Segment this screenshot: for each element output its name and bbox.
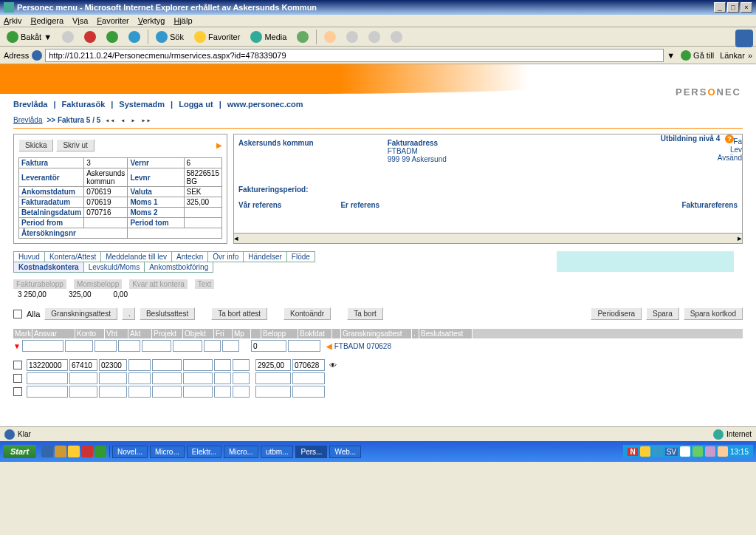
ansvar-input[interactable]	[27, 386, 68, 398]
links-label[interactable]: Länkar	[720, 51, 745, 60]
ansvar-input[interactable]	[22, 340, 63, 352]
belopp-input[interactable]	[251, 340, 286, 352]
task-micro2[interactable]: Micro...	[224, 446, 258, 458]
start-button[interactable]: Start	[3, 445, 36, 458]
ql-app2-icon[interactable]	[94, 446, 106, 457]
refresh-button[interactable]	[103, 30, 121, 44]
home-button[interactable]	[126, 30, 143, 44]
menu-verktyg[interactable]: Verktyg	[138, 16, 165, 25]
mp-input[interactable]	[233, 359, 250, 371]
menu-hjalp[interactable]: Hjälp	[173, 16, 192, 25]
nav-fakturasok[interactable]: Fakturasök	[62, 100, 106, 109]
vht-input[interactable]	[99, 372, 127, 384]
belopp-input[interactable]	[255, 372, 291, 384]
tray-n-icon[interactable]: N	[628, 448, 637, 456]
mp-input[interactable]	[233, 386, 250, 398]
bokfdat-input[interactable]	[292, 386, 325, 398]
konto-input[interactable]	[69, 386, 97, 398]
bokfdat-input[interactable]	[292, 372, 325, 384]
record-nav-arrows[interactable]: ◂◂ ◂ ▸ ▸▸	[105, 116, 151, 124]
nav-systemadm[interactable]: Systemadm	[119, 100, 165, 109]
tab-flode[interactable]: Flöde	[286, 251, 315, 262]
nav-logga-ut[interactable]: Logga ut	[179, 100, 213, 109]
akt-input[interactable]	[128, 386, 151, 398]
tray-icon-5[interactable]	[705, 446, 715, 457]
stop-button[interactable]	[81, 30, 99, 44]
mp-input[interactable]	[222, 340, 239, 352]
address-input[interactable]	[45, 49, 664, 62]
nav-brevlada[interactable]: Brevlåda	[13, 100, 47, 109]
ql-outlook-icon[interactable]	[68, 446, 80, 457]
tab-levskuld[interactable]: Levskuld/Moms	[83, 262, 145, 273]
tabort-attest-button[interactable]: Ta bort attest	[211, 307, 267, 320]
tab-ankomst[interactable]: Ankomstbokföring	[144, 262, 213, 273]
ql-ie-icon[interactable]	[41, 446, 53, 457]
bokfdat-input[interactable]	[288, 340, 320, 352]
favorites-button[interactable]: Favoriter	[191, 30, 243, 44]
print-button[interactable]	[343, 30, 361, 44]
tray-icon-2[interactable]	[653, 446, 663, 457]
task-novel[interactable]: Novel...	[112, 446, 148, 458]
fri-input[interactable]	[204, 340, 221, 352]
history-button[interactable]	[294, 30, 312, 44]
spara-kortkod-button[interactable]: Spara kortkod	[684, 307, 743, 320]
panel-scrollbar[interactable]: ◂▸	[234, 233, 742, 243]
belopp-input[interactable]	[255, 359, 291, 371]
skicka-button[interactable]: Skicka	[18, 139, 53, 151]
row-checkbox[interactable]	[13, 361, 22, 369]
media-button[interactable]: Media	[247, 30, 289, 44]
tray-icon-3[interactable]	[680, 446, 690, 457]
periodisera-button[interactable]: Periodisera	[591, 307, 642, 320]
vht-input[interactable]	[94, 340, 117, 352]
task-micro[interactable]: Micro...	[150, 446, 185, 458]
minimize-button[interactable]: _	[714, 2, 726, 13]
tabort-button[interactable]: Ta bort	[347, 307, 383, 320]
konto-input[interactable]	[65, 340, 93, 352]
tray-lang[interactable]: SV	[665, 448, 678, 456]
tray-icon-1[interactable]	[640, 446, 650, 457]
menu-redigera[interactable]: Redigera	[30, 16, 63, 25]
maximize-button[interactable]: □	[727, 2, 739, 13]
edit-button[interactable]	[365, 30, 383, 44]
ql-desktop-icon[interactable]	[55, 446, 66, 457]
granskningsattest-button[interactable]: Granskningsattest	[44, 307, 117, 320]
ql-app-icon[interactable]	[81, 446, 93, 457]
close-button[interactable]: ×	[740, 2, 752, 13]
konto-input[interactable]	[69, 359, 97, 371]
beslutsattest-button[interactable]: Beslutsattest	[140, 307, 195, 320]
spara-button[interactable]: Spara	[646, 307, 679, 320]
akt-input[interactable]	[118, 340, 140, 352]
tab-anteckn[interactable]: Anteckn	[171, 251, 208, 262]
tray-icon-6[interactable]	[718, 446, 728, 457]
address-dropdown[interactable]: ▼	[667, 51, 675, 60]
vht-input[interactable]	[99, 386, 127, 398]
objekt-input[interactable]	[183, 359, 213, 371]
task-utbm[interactable]: utbm...	[261, 446, 294, 458]
nav-url[interactable]: www.personec.com	[227, 100, 303, 109]
breadcrumb-brevlada[interactable]: Brevlåda	[13, 116, 42, 124]
mp-input[interactable]	[233, 372, 250, 384]
objekt-input[interactable]	[173, 340, 202, 352]
discuss-button[interactable]	[388, 30, 405, 44]
task-pers[interactable]: Pers...	[295, 446, 327, 458]
alla-checkbox[interactable]	[13, 310, 22, 318]
tab-meddelande[interactable]: Meddelande till lev	[100, 251, 172, 262]
tab-handelser[interactable]: Händelser	[243, 251, 287, 262]
akt-input[interactable]	[128, 372, 151, 384]
fri-input[interactable]	[214, 386, 231, 398]
kontoandr-button[interactable]: Kontoändr	[284, 307, 331, 320]
fri-input[interactable]	[214, 372, 231, 384]
konto-input[interactable]	[69, 372, 97, 384]
back-button[interactable]: Bakåt ▼	[4, 30, 55, 44]
bokfdat-input[interactable]	[292, 359, 325, 371]
ansvar-input[interactable]	[27, 372, 68, 384]
task-elektr[interactable]: Elektr...	[187, 446, 221, 458]
go-button[interactable]: Gå till	[678, 49, 717, 62]
ansvar-input[interactable]	[27, 359, 68, 371]
menu-favoriter[interactable]: Favoriter	[97, 16, 128, 25]
objekt-input[interactable]	[183, 372, 213, 384]
dot-button[interactable]: .	[122, 307, 135, 320]
menu-arkiv[interactable]: Arkiv	[4, 16, 21, 25]
akt-input[interactable]	[128, 359, 151, 371]
tab-huvud[interactable]: Huvud	[13, 251, 45, 262]
